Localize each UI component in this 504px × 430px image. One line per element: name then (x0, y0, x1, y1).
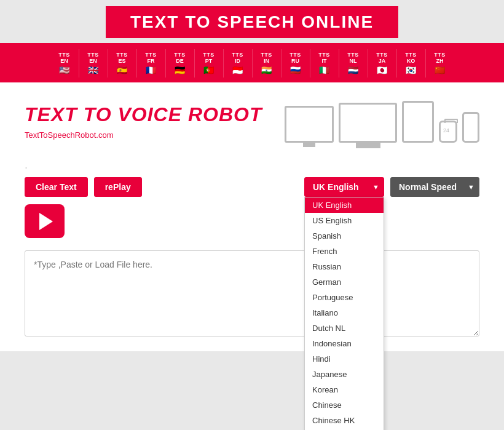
language-option[interactable]: UK English (305, 197, 384, 213)
dot-separator: · (25, 161, 479, 174)
language-dropdown-list: UK EnglishUS EnglishSpanishFrenchRussian… (304, 197, 384, 430)
tts-nav-item[interactable]: TTSID🇮🇩 (224, 49, 253, 78)
phone-icon (462, 112, 479, 143)
tts-nav-item[interactable]: TTSES🇪🇸 (108, 49, 137, 78)
tts-nav-item[interactable]: TTSEN🇺🇸 (50, 49, 79, 78)
language-option[interactable]: Italiano (305, 305, 384, 321)
clear-text-button[interactable]: Clear Text (25, 177, 88, 197)
play-button[interactable] (25, 204, 65, 238)
watch-icon (439, 121, 457, 143)
speed-dropdown-wrapper: Slow SpeedNormal SpeedFast Speed (390, 177, 479, 197)
tts-nav-item[interactable]: TTSIT🇮🇹 (310, 49, 339, 78)
hero-subtitle: TextToSpeechRobot.com (25, 130, 262, 140)
tts-nav-item[interactable]: TTSIN🇮🇳 (253, 49, 282, 78)
hero-text: TEXT TO VOICE ROBOT TextToSpeechRobot.co… (25, 104, 262, 140)
language-option[interactable]: Indonesian (305, 336, 384, 351)
language-option[interactable]: Spanish (305, 228, 384, 244)
text-input[interactable] (25, 250, 479, 336)
tts-nav-item[interactable]: TTSFR🇫🇷 (137, 49, 166, 78)
tts-nav-item[interactable]: TTSEN🇬🇧 (79, 49, 108, 78)
language-option[interactable]: Portuguese (305, 290, 384, 305)
language-option[interactable]: Chinese HK (305, 413, 384, 428)
header-title: TEXT TO SPEECH ONLINE (106, 6, 398, 38)
language-option[interactable]: French (305, 244, 384, 259)
language-dropdown-wrapper: UK English UK EnglishUS EnglishSpanishFr… (304, 177, 384, 197)
hero-section: TEXT TO VOICE ROBOT TextToSpeechRobot.co… (25, 101, 479, 143)
language-option[interactable]: Dutch NL (305, 321, 384, 336)
tts-nav-item[interactable]: TTSJA🇯🇵 (368, 49, 397, 78)
language-option[interactable]: Hindi (305, 351, 384, 367)
tts-nav-bar: TTSEN🇺🇸TTSEN🇬🇧TTSES🇪🇸TTSFR🇫🇷TTSDE🇩🇪TTSPT… (0, 43, 504, 82)
language-option[interactable]: German (305, 274, 384, 290)
speed-dropdown[interactable]: Slow SpeedNormal SpeedFast Speed (390, 177, 479, 197)
language-option[interactable]: US English (305, 213, 384, 228)
main-content: TEXT TO VOICE ROBOT TextToSpeechRobot.co… (0, 82, 504, 351)
language-option[interactable]: Russian (305, 259, 384, 274)
language-dropdown-button[interactable]: UK English (304, 177, 384, 197)
tts-nav-item[interactable]: TTSRU🇷🇺 (282, 49, 310, 78)
tv-icon (339, 103, 397, 143)
header-banner: TEXT TO SPEECH ONLINE (0, 0, 504, 43)
devices-illustration (285, 101, 479, 143)
tts-nav-item[interactable]: TTSZH🇨🇳 (426, 49, 454, 78)
replay-button[interactable]: rePlay (94, 177, 142, 197)
language-option[interactable]: Korean (305, 382, 384, 397)
language-option[interactable]: Chinese (305, 397, 384, 413)
play-button-container (25, 204, 479, 238)
hero-title: TEXT TO VOICE ROBOT (25, 104, 262, 125)
tts-nav-item[interactable]: TTSKO🇰🇷 (397, 49, 426, 78)
tablet-icon (402, 101, 434, 143)
tts-nav-item[interactable]: TTSDE🇩🇪 (166, 49, 195, 78)
play-triangle-icon (39, 213, 53, 230)
language-option[interactable]: Japanese (305, 367, 384, 382)
tts-nav-item[interactable]: TTSNL🇳🇱 (339, 49, 368, 78)
monitor-icon (285, 106, 334, 143)
tts-nav-item[interactable]: TTSPT🇵🇹 (195, 49, 224, 78)
controls-row: Clear Text rePlay UK English UK EnglishU… (25, 177, 479, 197)
